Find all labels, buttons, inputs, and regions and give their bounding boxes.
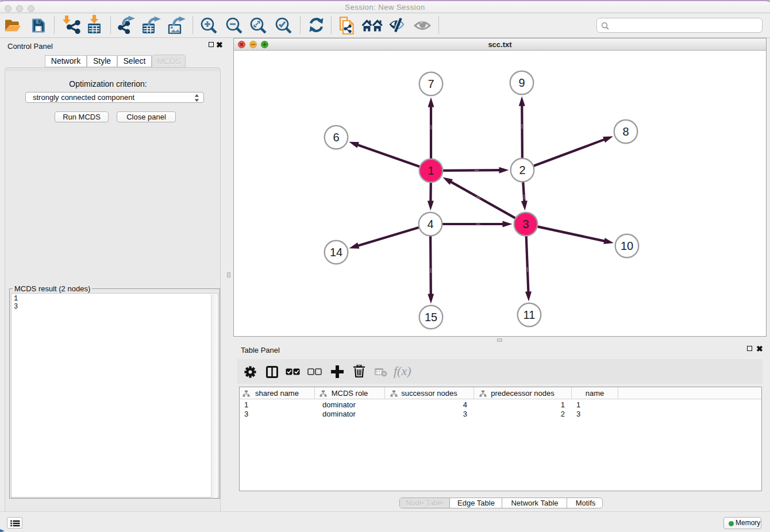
- svg-text:8: 8: [622, 125, 629, 138]
- svg-text:9: 9: [518, 76, 525, 89]
- svg-text:7: 7: [428, 78, 434, 90]
- svg-text:10: 10: [621, 240, 633, 252]
- svg-text:1: 1: [428, 164, 434, 177]
- svg-text:11: 11: [523, 309, 536, 321]
- svg-text:6: 6: [333, 131, 339, 144]
- svg-text:4: 4: [427, 218, 433, 230]
- svg-text:2: 2: [519, 164, 525, 176]
- svg-text:15: 15: [425, 311, 437, 323]
- svg-text:3: 3: [522, 218, 529, 230]
- svg-text:14: 14: [330, 246, 342, 259]
